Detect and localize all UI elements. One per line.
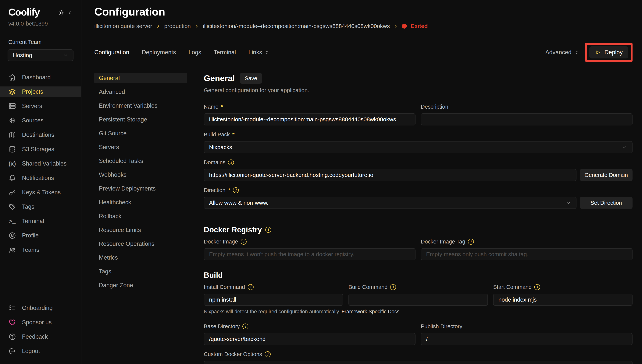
sidebar-item-label: Dashboard	[22, 74, 51, 81]
deploy-button[interactable]: Deploy	[589, 46, 628, 58]
info-icon[interactable]: i	[534, 284, 540, 290]
breadcrumb-application[interactable]: illicitestonion/-module--decomposition:m…	[203, 23, 390, 29]
custom-docker-options-input[interactable]	[204, 361, 632, 364]
tab-links-dropdown[interactable]: Links	[248, 49, 269, 56]
sidebar-item-keys-tokens[interactable]: Keys & Tokens	[0, 187, 81, 198]
build-pack-field-group: Build Pack* Nixpacks	[204, 132, 632, 153]
database-icon	[8, 145, 16, 153]
direction-select[interactable]: Allow www & non-www.	[204, 197, 576, 209]
subnav-item-rollback[interactable]: Rollback	[94, 211, 187, 221]
info-icon[interactable]: i	[390, 284, 396, 290]
sidebar-item-logout[interactable]: Logout	[0, 346, 81, 356]
subnav-item-resource-operations[interactable]: Resource Operations	[94, 239, 187, 249]
general-form: General Save General configuration for y…	[204, 73, 632, 364]
name-input[interactable]	[204, 113, 416, 126]
sidebar-item-label: Feedback	[22, 333, 48, 340]
publish-directory-input[interactable]	[421, 333, 632, 345]
subnav-item-danger-zone[interactable]: Danger Zone	[94, 280, 187, 290]
server-icon	[8, 102, 16, 110]
sidebar-item-feedback[interactable]: Feedback	[0, 332, 81, 342]
status-badge: Exited	[411, 23, 428, 29]
info-icon[interactable]: i	[468, 239, 474, 244]
domains-input[interactable]	[204, 169, 576, 181]
info-icon[interactable]: i	[233, 187, 239, 193]
advanced-dropdown[interactable]: Advanced	[545, 49, 579, 56]
base-directory-input[interactable]	[204, 333, 416, 345]
info-icon[interactable]: i	[241, 239, 247, 244]
configuration-content: General Advanced Environment Variables P…	[94, 73, 632, 364]
docker-image-tag-input[interactable]	[421, 248, 632, 260]
breadcrumb-environment[interactable]: production	[164, 23, 191, 29]
tab-configuration[interactable]: Configuration	[94, 49, 129, 56]
sidebar-item-sources[interactable]: Sources	[0, 115, 81, 126]
variable-icon: (x)	[8, 160, 16, 168]
sidebar-item-servers[interactable]: Servers	[0, 101, 81, 112]
sidebar-item-s3-storages[interactable]: S3 Storages	[0, 144, 81, 154]
save-button[interactable]: Save	[240, 73, 262, 84]
tab-terminal[interactable]: Terminal	[214, 49, 236, 56]
sidebar-item-teams[interactable]: Teams	[0, 244, 81, 255]
sidebar-item-terminal[interactable]: >_ Terminal	[0, 216, 81, 226]
subnav-item-resource-limits[interactable]: Resource Limits	[94, 225, 187, 235]
tab-links-label: Links	[248, 49, 262, 56]
tab-deployments[interactable]: Deployments	[142, 49, 176, 56]
start-command-input[interactable]	[493, 294, 632, 306]
terminal-icon: >_	[8, 217, 16, 225]
sidebar-item-onboarding[interactable]: Onboarding	[0, 303, 81, 313]
sidebar-item-notifications[interactable]: Notifications	[0, 173, 81, 183]
tab-logs[interactable]: Logs	[188, 49, 201, 56]
subnav-item-webhooks[interactable]: Webhooks	[94, 170, 187, 180]
domains-field-group: Domainsi Generate Domain	[204, 159, 632, 181]
install-command-input[interactable]	[204, 294, 343, 306]
start-command-field-group: Start Commandi	[493, 284, 632, 306]
breadcrumb-project[interactable]: illicitonion quote server	[94, 23, 152, 29]
start-command-label: Start Commandi	[493, 284, 632, 290]
sidebar-item-sponsor-us[interactable]: Sponsor us	[0, 317, 81, 328]
tags-icon	[8, 203, 16, 211]
docker-image-input[interactable]	[204, 248, 416, 260]
theme-toggle[interactable]	[58, 10, 73, 16]
subnav-item-persistent-storage[interactable]: Persistent Storage	[94, 114, 187, 124]
nixpacks-note: Nixpacks will detect the required config…	[204, 309, 632, 314]
sidebar-item-projects[interactable]: Projects	[0, 86, 81, 97]
info-icon[interactable]: i	[265, 351, 271, 357]
required-asterisk: *	[232, 132, 234, 138]
sidebar-item-destinations[interactable]: Destinations	[0, 130, 81, 140]
subnav-item-tags[interactable]: Tags	[94, 266, 187, 276]
play-icon	[595, 50, 601, 55]
list-checks-icon	[8, 304, 16, 312]
framework-docs-link[interactable]: Framework Specific Docs	[342, 309, 399, 314]
sidebar-item-label: Notifications	[22, 174, 54, 182]
subnav-item-general[interactable]: General	[94, 73, 187, 83]
sidebar-footer: Onboarding Sponsor us Feedback Logout	[0, 303, 81, 356]
sidebar-item-shared-variables[interactable]: (x) Shared Variables	[0, 158, 81, 169]
sidebar-item-tags[interactable]: Tags	[0, 202, 81, 212]
name-label: Name*	[204, 104, 416, 110]
subnav-item-servers[interactable]: Servers	[94, 142, 187, 152]
subnav-item-git-source[interactable]: Git Source	[94, 128, 187, 138]
subnav-item-scheduled-tasks[interactable]: Scheduled Tasks	[94, 156, 187, 166]
current-team-label: Current Team	[0, 39, 81, 45]
build-pack-select[interactable]: Nixpacks	[204, 141, 632, 153]
info-icon[interactable]: i	[248, 284, 254, 290]
info-icon[interactable]: i	[265, 227, 271, 233]
team-select[interactable]: Hosting	[8, 50, 74, 61]
sidebar-item-dashboard[interactable]: Dashboard	[0, 72, 81, 83]
sidebar-item-label: Tags	[22, 204, 34, 210]
subnav-item-advanced[interactable]: Advanced	[94, 87, 187, 97]
build-command-input[interactable]	[349, 294, 488, 306]
subnav-item-environment-variables[interactable]: Environment Variables	[94, 101, 187, 111]
status-dot	[402, 24, 407, 28]
info-icon[interactable]: i	[228, 160, 234, 165]
subnav-item-metrics[interactable]: Metrics	[94, 252, 187, 262]
subnav-item-preview-deployments[interactable]: Preview Deployments	[94, 184, 187, 194]
generate-domain-button[interactable]: Generate Domain	[580, 169, 632, 181]
info-icon[interactable]: i	[242, 324, 248, 330]
description-input[interactable]	[421, 113, 632, 126]
build-pack-label: Build Pack*	[204, 132, 632, 138]
sidebar-item-profile[interactable]: Profile	[0, 230, 81, 241]
subnav-item-healthcheck[interactable]: Healthcheck	[94, 197, 187, 207]
build-pack-value: Nixpacks	[209, 144, 232, 150]
custom-docker-options-label: Custom Docker Optionsi	[204, 351, 632, 358]
set-direction-button[interactable]: Set Direction	[580, 197, 632, 209]
